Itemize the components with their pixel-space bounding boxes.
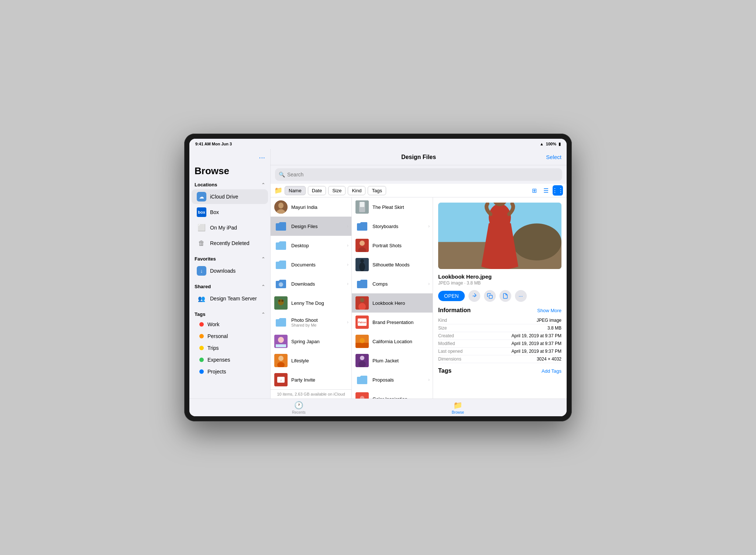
list-item[interactable]: Silhouette Moods bbox=[352, 255, 433, 274]
sidebar-item-expenses[interactable]: Expenses bbox=[192, 354, 268, 365]
photoshoot-thumb bbox=[274, 316, 288, 329]
section-shared: Shared ⌃ bbox=[189, 282, 270, 291]
detail-filetype: JPEG image · 3.8 MB bbox=[438, 280, 561, 286]
list-item[interactable]: Portrait Shots bbox=[352, 236, 433, 255]
show-more-button[interactable]: Show More bbox=[537, 308, 561, 313]
info-rows: Kind JPEG image Size 3.8 MB Created Apri… bbox=[438, 317, 561, 363]
trash-icon: 🗑 bbox=[197, 238, 206, 248]
copy-action-button[interactable] bbox=[484, 290, 496, 302]
folder-filter-icon[interactable]: 📁 bbox=[274, 186, 282, 194]
list-item[interactable]: Plum Jacket bbox=[352, 351, 433, 370]
list-item[interactable]: ♪ Party Invite bbox=[271, 370, 351, 389]
tags-section: Tags Add Tags bbox=[438, 368, 561, 374]
tab-browse[interactable]: 📁 Browse bbox=[452, 401, 464, 414]
created-label: Created bbox=[438, 333, 454, 338]
sidebar-item-icloud[interactable]: ☁ iCloud Drive bbox=[192, 189, 268, 204]
sort-kind-button[interactable]: Kind bbox=[348, 186, 365, 195]
sidebar-item-ipad[interactable]: ⬜ On My iPad bbox=[192, 220, 268, 235]
downloads-label: Downloads bbox=[210, 268, 236, 274]
sidebar-item-server[interactable]: 👥 Design Team Server bbox=[192, 291, 268, 306]
pleat-skirt-thumb bbox=[355, 200, 369, 214]
sidebar-item-box[interactable]: box Box bbox=[192, 205, 268, 220]
sidebar-item-work[interactable]: Work bbox=[192, 319, 268, 330]
sidebar-item-projects[interactable]: Projects bbox=[192, 366, 268, 377]
list-item[interactable]: Mayuri India bbox=[271, 197, 351, 217]
list-item[interactable]: California Location bbox=[352, 332, 433, 351]
sidebar-item-personal[interactable]: Personal bbox=[192, 331, 268, 342]
list-item[interactable]: Documents › bbox=[271, 255, 351, 274]
info-row-dimensions: Dimensions 3024 × 4032 bbox=[438, 355, 561, 363]
ipad-icon: ⬜ bbox=[197, 223, 206, 232]
list-item[interactable]: Design Files › bbox=[271, 217, 351, 236]
file-item-label: Party Invite bbox=[291, 377, 348, 383]
sort-name-button[interactable]: Name bbox=[285, 186, 306, 195]
file-column-2: The Pleat Skirt Storyboards › bbox=[352, 197, 433, 399]
column-view-button[interactable]: ⋮⋮ bbox=[553, 185, 563, 196]
list-item[interactable]: The Pleat Skirt bbox=[352, 197, 433, 217]
opened-value: April 19, 2019 at 9:37 PM bbox=[512, 349, 561, 354]
wifi-icon: ▲ bbox=[540, 142, 544, 146]
work-label: Work bbox=[207, 321, 219, 327]
file-item-label: California Location bbox=[372, 339, 429, 344]
sort-toolbar: 📁 Name Date Size Kind Tags ⊞ ☰ ⋮⋮ bbox=[271, 184, 567, 197]
downloads-icon: ↓ bbox=[197, 266, 206, 276]
chevron-right-icon: › bbox=[347, 281, 348, 286]
file-item-label: Lookbook Hero bbox=[372, 300, 429, 306]
select-button[interactable]: Select bbox=[546, 154, 561, 160]
sidebar-item-downloads[interactable]: ↓ Downloads bbox=[192, 263, 268, 278]
list-item[interactable]: Patron Brand Presentation bbox=[352, 313, 433, 332]
list-item[interactable]: Comps › bbox=[352, 274, 433, 293]
list-view-button[interactable]: ☰ bbox=[541, 185, 551, 196]
file-action-button[interactable] bbox=[499, 290, 511, 302]
design-files-thumb bbox=[274, 220, 288, 233]
sort-tags-button[interactable]: Tags bbox=[368, 186, 386, 195]
add-tags-button[interactable]: Add Tags bbox=[542, 368, 561, 374]
list-item[interactable]: Desktop › bbox=[271, 236, 351, 255]
lenny-thumb bbox=[274, 296, 288, 310]
list-item[interactable]: ↓ Downloads › bbox=[271, 274, 351, 293]
list-item[interactable]: Storyboards › bbox=[352, 217, 433, 236]
svg-point-35 bbox=[360, 338, 365, 343]
sidebar-item-trips[interactable]: Trips bbox=[192, 342, 268, 354]
list-item[interactable]: Photo Shoot Shared by Me › bbox=[271, 313, 351, 332]
search-icon: 🔍 bbox=[279, 172, 285, 177]
spring-japan-thumb bbox=[274, 335, 288, 348]
comps-thumb bbox=[355, 277, 369, 290]
chevron-right-icon: › bbox=[347, 224, 348, 229]
list-item[interactable]: Lifestyle bbox=[271, 351, 351, 370]
share-action-button[interactable] bbox=[468, 290, 480, 302]
more-button[interactable]: ··· bbox=[259, 153, 265, 162]
personal-label: Personal bbox=[207, 333, 228, 339]
file-item-label: Silhouette Moods bbox=[372, 262, 429, 268]
expenses-tag-dot bbox=[199, 358, 204, 362]
list-item[interactable]: Color Inspiration bbox=[352, 389, 433, 399]
svg-point-28 bbox=[360, 298, 364, 302]
section-tags: Tags ⌃ bbox=[189, 309, 270, 318]
server-label: Design Team Server bbox=[210, 296, 257, 301]
more-action-button[interactable]: ··· bbox=[515, 290, 527, 302]
list-item[interactable]: Lookbook Hero bbox=[352, 293, 433, 313]
proposals-thumb bbox=[355, 373, 369, 386]
section-favorites: Favorites ⌃ bbox=[189, 254, 270, 263]
grid-view-button[interactable]: ⊞ bbox=[529, 185, 539, 196]
shared-chevron: ⌃ bbox=[261, 284, 265, 289]
detail-preview bbox=[438, 203, 561, 269]
sidebar-item-deleted[interactable]: 🗑 Recently Deleted bbox=[192, 236, 268, 251]
tab-recents[interactable]: 🕐 Recents bbox=[292, 401, 306, 414]
list-item[interactable]: Proposals › bbox=[352, 370, 433, 389]
search-input[interactable] bbox=[287, 172, 559, 177]
svg-text:♪: ♪ bbox=[280, 379, 282, 382]
sort-date-button[interactable]: Date bbox=[308, 186, 326, 195]
downloads-thumb: ↓ bbox=[274, 277, 288, 290]
desktop-thumb bbox=[274, 239, 288, 252]
list-item[interactable]: Lenny The Dog bbox=[271, 293, 351, 313]
silhouette-moods-thumb bbox=[355, 258, 369, 271]
sort-size-button[interactable]: Size bbox=[328, 186, 346, 195]
chevron-right-icon: › bbox=[347, 262, 348, 267]
ipad-frame: 9:41 AM Mon Jun 3 ▲ 100% ▮ ··· Browse Lo… bbox=[184, 134, 572, 421]
icloud-label: iCloud Drive bbox=[210, 194, 238, 200]
size-value: 3.8 MB bbox=[547, 325, 561, 331]
open-button[interactable]: OPEN bbox=[438, 291, 465, 301]
file-column-1: Mayuri India Design Files › bbox=[271, 197, 352, 399]
list-item[interactable]: Spring Japan bbox=[271, 332, 351, 351]
